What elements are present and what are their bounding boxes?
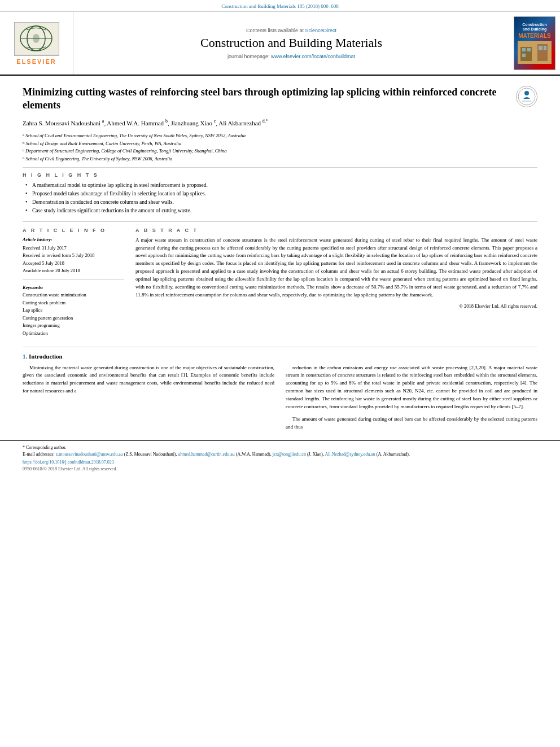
cover-materials: MATERIALS (518, 33, 551, 39)
highlights-label: H I G H L I G H T S (23, 172, 537, 178)
footnote-section: * Corresponding author. E-mail addresses… (23, 444, 537, 473)
sciencedirect-link[interactable]: ScienceDirect (305, 28, 337, 33)
abstract-col: A B S T R A C T A major waste stream in … (135, 228, 537, 338)
svg-rect-8 (522, 48, 526, 51)
svg-point-4 (33, 34, 40, 43)
email-note-text: E-mail addresses: z.moussavinadoushani@u… (23, 452, 410, 457)
abstract-label: A B S T R A C T (135, 228, 537, 233)
available-date: Available online 20 July 2018 (23, 267, 124, 275)
page-footer: * Corresponding author. E-mail addresses… (0, 440, 560, 473)
journal-cover-image: Constructionand Building MATERIALS (514, 16, 555, 70)
affil-b: b School of Design and Built Environment… (23, 140, 537, 147)
svg-rect-9 (527, 48, 531, 51)
doi-link[interactable]: https://doi.org/10.1016/j.conbuildmat.20… (23, 460, 114, 465)
article-title: Minimizing cutting wastes of reinforcing… (23, 86, 516, 112)
journal-header: ELSEVIER Contents lists available at Sci… (0, 12, 560, 76)
abstract-section: A major waste stream in construction of … (135, 237, 537, 311)
affil-a-text: School of Civil and Environmental Engine… (25, 132, 246, 139)
authors-line: Zahra S. Moussavi Nadoushani a, Ahmed W.… (23, 118, 537, 128)
affiliations: a School of Civil and Environmental Engi… (23, 132, 537, 163)
elsevier-wordmark: ELSEVIER (16, 58, 56, 65)
highlight-item-3: Demonstration is conducted on concrete c… (25, 198, 537, 207)
intro-heading-num: 1. (23, 353, 27, 360)
journal-citation-bar: Construction and Building Materials 185 … (0, 0, 560, 12)
affil-c: c Department of Structural Engineering, … (23, 147, 537, 155)
revised-date: Received in revised form 5 July 2018 (23, 252, 124, 260)
affil-a: a School of Civil and Environmental Engi… (23, 132, 537, 139)
intro-body: Minimizing the material waste generated … (23, 364, 537, 432)
introduction-section: 1. Introduction Minimizing the material … (23, 347, 537, 432)
journal-homepage: journal homepage: www.elsevier.com/locat… (228, 54, 355, 59)
journal-citation: Construction and Building Materials 185 … (221, 3, 338, 9)
homepage-prefix: journal homepage: (228, 54, 271, 59)
cover-title: Constructionand Building (522, 23, 547, 32)
intro-para2: reduction in the carbon emissions and en… (286, 364, 537, 412)
info-abstract-cols: A R T I C L E I N F O Article history: R… (23, 228, 537, 338)
intro-para3: The amount of waste generated during cut… (286, 416, 537, 431)
cover-photo (518, 41, 552, 64)
highlights-section: H I G H L I G H T S A mathematical model… (23, 172, 537, 216)
email-note: E-mail addresses: z.moussavinadoushani@u… (23, 451, 537, 458)
divider-2 (23, 221, 537, 222)
highlight-item-2: Proposed model takes advantage of flexib… (25, 190, 537, 198)
article-info: Article history: Received 31 July 2017 R… (23, 237, 124, 338)
keyword-4: Cutting pattern generation (23, 314, 124, 322)
homepage-url[interactable]: www.elsevier.com/locate/conbuildmat (271, 54, 355, 59)
intro-heading: 1. Introduction (23, 353, 537, 360)
highlights-list: A mathematical model to optimise lap spl… (23, 181, 537, 216)
keywords-section: Keywords: Construction waste minimizatio… (23, 285, 124, 338)
keyword-5: Integer programing (23, 322, 124, 330)
affil-b-text: School of Design and Built Environment, … (26, 140, 182, 147)
check-for-updates-badge (516, 86, 537, 107)
intro-col1: Minimizing the material waste generated … (23, 364, 274, 432)
journal-title-area: Contents lists available at ScienceDirec… (73, 12, 509, 75)
doi-line: https://doi.org/10.1016/j.conbuildmat.20… (23, 459, 537, 466)
keyword-6: Optimization (23, 330, 124, 338)
intro-heading-text: Introduction (29, 353, 63, 360)
svg-point-13 (518, 88, 535, 105)
article-content: Minimizing cutting wastes of reinforcing… (0, 76, 560, 431)
divider-keywords (23, 279, 124, 280)
svg-rect-10 (522, 54, 526, 57)
highlight-item-4: Case study indicates significant reducti… (25, 207, 537, 215)
svg-point-14 (524, 91, 529, 95)
elsevier-graphic (14, 22, 59, 56)
keywords-label: Keywords: (23, 285, 124, 290)
keyword-3: Lap splice (23, 307, 124, 314)
abstract-text: A major waste stream in construction of … (135, 237, 537, 300)
history-label: Article history: (23, 237, 124, 242)
keyword-1: Construction waste minimization (23, 291, 124, 299)
sciencedirect-prefix: Contents lists available at (246, 28, 305, 33)
received-date: Received 31 July 2017 (23, 244, 124, 252)
corresponding-note: * Corresponding author. (23, 444, 537, 451)
affil-c-text: Department of Structural Engineering, Co… (25, 147, 226, 155)
journal-title: Construction and Building Materials (200, 36, 382, 50)
issn-line: 0950-0618/© 2018 Elsevier Ltd. All right… (23, 466, 537, 473)
article-title-row: Minimizing cutting wastes of reinforcing… (23, 86, 537, 112)
affil-d: d School of Civil Engineering, The Unive… (23, 155, 537, 163)
affil-d-text: School of Civil Engineering, The Univers… (26, 155, 173, 163)
keyword-2: Cutting stock problem (23, 299, 124, 307)
sciencedirect-line: Contents lists available at ScienceDirec… (246, 28, 336, 33)
page: Construction and Building Materials 185 … (0, 0, 560, 747)
copyright-line: © 2018 Elsevier Ltd. All rights reserved… (135, 303, 537, 310)
article-info-col: A R T I C L E I N F O Article history: R… (23, 228, 124, 338)
intro-para1: Minimizing the material waste generated … (23, 364, 274, 396)
svg-rect-12 (544, 46, 546, 50)
highlight-item-1: A mathematical model to optimise lap spl… (25, 181, 537, 190)
divider-1 (23, 167, 537, 168)
journal-cover-area: Constructionand Building MATERIALS (509, 12, 560, 75)
elsevier-logo: ELSEVIER (14, 22, 59, 65)
article-info-label: A R T I C L E I N F O (23, 228, 124, 233)
svg-rect-11 (539, 46, 542, 50)
publisher-logo-area: ELSEVIER (0, 12, 73, 75)
accepted-date: Accepted 5 July 2018 (23, 260, 124, 268)
intro-col2: reduction in the carbon emissions and en… (286, 364, 537, 432)
